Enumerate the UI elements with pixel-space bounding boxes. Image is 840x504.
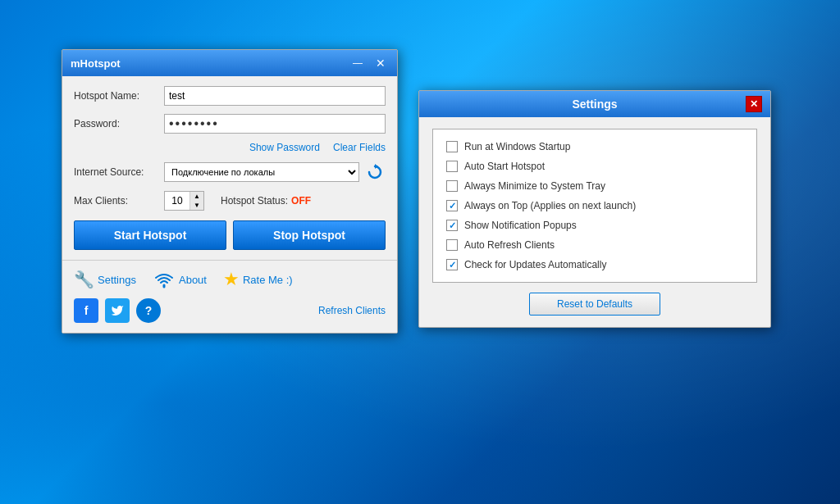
settings-body: Run at Windows StartupAuto Start Hotspot…: [419, 117, 770, 327]
hotspot-name-row: Hotspot Name:: [74, 86, 386, 106]
spin-down-button[interactable]: ▼: [190, 201, 203, 210]
checkbox-0[interactable]: [446, 141, 458, 152]
checkbox-label-6[interactable]: Check for Updates Automatically: [464, 259, 606, 270]
checkbox-label-5[interactable]: Auto Refresh Clients: [464, 239, 555, 251]
main-titlebar: mHotspot — ✕: [62, 50, 397, 76]
settings-checkboxes-panel: Run at Windows StartupAuto Start Hotspot…: [432, 129, 757, 283]
clear-fields-button[interactable]: Clear Fields: [333, 142, 386, 153]
settings-titlebar: Settings ✕: [419, 91, 770, 117]
settings-icon: 🔧: [74, 270, 94, 289]
checkmark-icon: ✓: [449, 201, 456, 211]
checkbox-label-2[interactable]: Always Minimize to System Tray: [464, 180, 605, 192]
settings-nav-label: Settings: [98, 274, 136, 286]
checkbox-row: ✓Show Notification Popups: [446, 220, 743, 231]
about-nav-label: About: [179, 274, 207, 286]
hotspot-status-label: Hotspot Status:: [221, 195, 288, 207]
checkmark-icon: ✓: [449, 260, 456, 270]
refresh-clients-link[interactable]: Refresh Clients: [318, 305, 386, 316]
internet-source-row: Internet Source: Подключение по локалы: [74, 161, 386, 183]
checkbox-3[interactable]: ✓: [446, 200, 458, 211]
settings-close-button[interactable]: ✕: [746, 96, 762, 112]
checkbox-row: Run at Windows Startup: [446, 141, 743, 152]
main-window-controls: — ✕: [349, 57, 389, 69]
checkbox-1[interactable]: [446, 161, 458, 172]
spin-up-button[interactable]: ▲: [190, 192, 203, 201]
start-hotspot-button[interactable]: Start Hotspot: [74, 220, 226, 250]
show-password-button[interactable]: Show Password: [249, 142, 320, 153]
password-label: Password:: [74, 118, 164, 129]
links-row: Show Password Clear Fields: [74, 142, 386, 153]
max-clients-input[interactable]: [165, 192, 189, 210]
checkbox-2[interactable]: [446, 180, 458, 192]
checkbox-row: ✓Always on Top (Applies on next launch): [446, 200, 743, 211]
checkbox-label-0[interactable]: Run at Windows Startup: [464, 141, 570, 152]
max-clients-spinner[interactable]: ▲ ▼: [164, 191, 204, 211]
checkbox-row: Auto Start Hotspot: [446, 161, 743, 172]
checkbox-4[interactable]: ✓: [446, 220, 458, 231]
checkbox-row: ✓Check for Updates Automatically: [446, 259, 743, 270]
stop-hotspot-button[interactable]: Stop Hotspot: [233, 220, 386, 250]
checkbox-5[interactable]: [446, 239, 458, 251]
action-buttons: Start Hotspot Stop Hotspot: [74, 220, 386, 250]
checkbox-label-4[interactable]: Show Notification Popups: [464, 220, 577, 231]
max-clients-label: Max Clients:: [74, 195, 164, 207]
password-input[interactable]: ••••••••: [164, 114, 386, 134]
internet-source-select[interactable]: Подключение по локалы: [164, 162, 359, 182]
help-button[interactable]: ?: [136, 298, 161, 323]
checkmark-icon: ✓: [449, 220, 456, 231]
wifi-icon: [153, 270, 176, 288]
social-row: f ? Refresh Clients: [74, 298, 386, 323]
bottom-nav: 🔧 Settings About ★ Rate Me :): [74, 269, 386, 290]
password-row: Password: ••••••••: [74, 114, 386, 134]
hotspot-name-label: Hotspot Name:: [74, 90, 164, 102]
about-nav-item[interactable]: About: [153, 270, 207, 288]
main-window-title: mHotspot: [71, 57, 121, 70]
max-clients-row: Max Clients: ▲ ▼ Hotspot Status: OFF: [74, 191, 386, 211]
checkbox-label-1[interactable]: Auto Start Hotspot: [464, 161, 545, 172]
reset-to-defaults-button[interactable]: Reset to Defaults: [529, 293, 660, 316]
close-button[interactable]: ✕: [372, 57, 389, 69]
rate-me-nav-label: Rate Me :): [243, 274, 293, 286]
twitter-icon: [111, 304, 124, 317]
star-icon: ★: [223, 269, 240, 290]
hotspot-name-input[interactable]: [164, 86, 386, 106]
settings-window: Settings ✕ Run at Windows StartupAuto St…: [418, 90, 771, 328]
settings-nav-item[interactable]: 🔧 Settings: [74, 270, 136, 289]
main-window-body: Hotspot Name: Password: •••••••• Show Pa…: [62, 76, 397, 333]
main-window: mHotspot — ✕ Hotspot Name: Password: •••…: [62, 49, 398, 334]
spin-arrows: ▲ ▼: [189, 192, 203, 210]
social-icons: f ?: [74, 298, 161, 323]
checkbox-6[interactable]: ✓: [446, 259, 458, 270]
minimize-button[interactable]: —: [349, 58, 366, 68]
twitter-button[interactable]: [105, 298, 130, 323]
checkbox-row: Auto Refresh Clients: [446, 239, 743, 251]
facebook-button[interactable]: f: [74, 298, 98, 323]
internet-source-label: Internet Source:: [74, 166, 164, 178]
refresh-icon: [367, 164, 383, 180]
checkbox-label-3[interactable]: Always on Top (Applies on next launch): [464, 200, 636, 211]
refresh-source-button[interactable]: [364, 161, 386, 183]
divider: [62, 260, 397, 261]
checkbox-row: Always Minimize to System Tray: [446, 180, 743, 192]
settings-window-title: Settings: [444, 98, 746, 111]
hotspot-status-value: OFF: [291, 195, 311, 207]
rate-me-nav-item[interactable]: ★ Rate Me :): [223, 269, 293, 290]
